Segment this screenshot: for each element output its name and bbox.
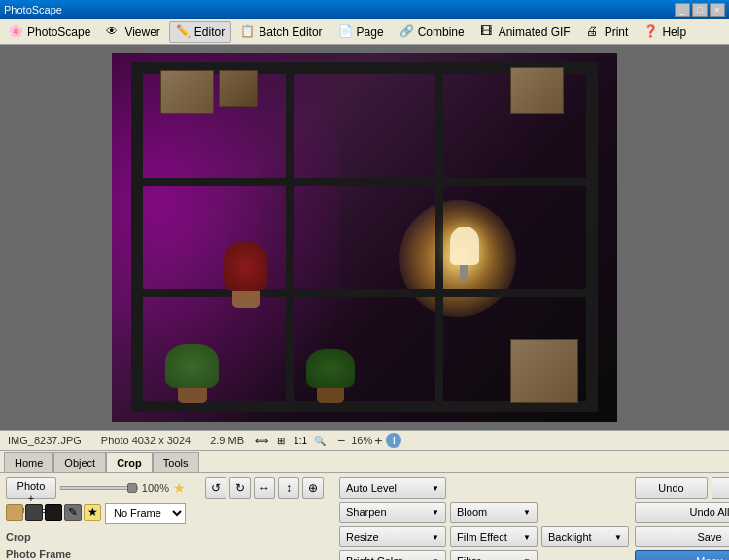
tab-home[interactable]: Home xyxy=(4,452,53,472)
zoom-out-button[interactable]: − xyxy=(337,433,345,448)
flip-h-button[interactable]: ↔ xyxy=(254,477,275,499)
filter-dropdown[interactable]: Filter ▼ xyxy=(450,550,538,560)
fit-width-icon[interactable]: ⟺ xyxy=(254,433,269,448)
tab-bar: Home Object Crop Tools xyxy=(0,451,729,472)
bottom-toolbar: Photo + Frame 100% ★ ✎ ★ No Fram xyxy=(0,472,729,560)
save-button[interactable]: Save xyxy=(635,526,729,547)
resize-dropdown[interactable]: Resize ▼ xyxy=(339,526,446,547)
color-wood-btn[interactable] xyxy=(6,504,23,521)
bloom-arrow-icon: ▼ xyxy=(523,508,531,517)
info-button[interactable]: i xyxy=(386,433,401,448)
rotate-left-button[interactable]: ↺ xyxy=(205,477,226,499)
page-icon: 📄 xyxy=(338,24,354,40)
effect-icons-row-1: ↺ ↻ ↔ ↕ ⊕ xyxy=(205,477,324,499)
redo-button[interactable]: Redo xyxy=(712,477,729,499)
minimize-button[interactable]: _ xyxy=(675,3,690,17)
panel-far-right: Undo Redo Undo All Save Menu xyxy=(635,477,729,560)
magnify-icon[interactable]: 🔍 xyxy=(312,433,328,448)
color-star-btn[interactable]: ★ xyxy=(84,504,101,521)
menu-print[interactable]: 🖨 Print xyxy=(579,21,636,43)
crop-section: Crop xyxy=(6,530,186,543)
resize-arrow-icon: ▼ xyxy=(432,533,439,542)
actual-size-icon[interactable]: 1:1 xyxy=(293,433,308,448)
filesize-label: 2.9 MB xyxy=(210,435,244,446)
rotate-right-button[interactable]: ↻ xyxy=(229,477,251,499)
flip-v-button[interactable]: ↕ xyxy=(278,477,299,499)
dropdown-row-1: Auto Level ▼ xyxy=(339,477,629,499)
shelf-box-1 xyxy=(160,70,214,114)
shelf-scene xyxy=(112,52,617,422)
status-bar: IMG_8237.JPG Photo 4032 x 3024 2.9 MB ⟺ … xyxy=(0,430,729,451)
app-title: PhotoScape xyxy=(4,4,62,16)
straighten-button[interactable]: ⊕ xyxy=(302,477,324,499)
bright-color-dropdown[interactable]: Bright,Color ▼ xyxy=(339,550,446,560)
frame-select-row: ✎ ★ No Frame xyxy=(6,503,186,524)
menu-help[interactable]: ❓ Help xyxy=(637,21,693,43)
menu-bar: 🌸 PhotoScape 👁 Viewer ✏️ Editor 📋 Batch … xyxy=(0,19,729,45)
image-area xyxy=(0,45,729,430)
shelf-box-2 xyxy=(219,70,258,107)
undo-redo-row: Undo Redo xyxy=(635,477,729,499)
photo-frame-section: Photo Frame xyxy=(6,547,186,560)
sharpen-arrow-icon: ▼ xyxy=(432,508,439,517)
color-dark-btn[interactable] xyxy=(25,504,43,521)
panel-left: Photo + Frame 100% ★ ✎ ★ No Fram xyxy=(6,477,186,560)
undo-all-button[interactable]: Undo All xyxy=(635,502,729,523)
auto-level-dropdown[interactable]: Auto Level ▼ xyxy=(339,477,446,499)
shelf-cell-2 xyxy=(290,70,440,182)
main-content: IMG_8237.JPG Photo 4032 x 3024 2.9 MB ⟺ … xyxy=(0,45,729,560)
frame-type-select[interactable]: No Frame xyxy=(105,503,186,524)
print-icon: 🖨 xyxy=(586,24,602,40)
bloom-dropdown[interactable]: Bloom ▼ xyxy=(450,502,538,523)
close-button[interactable]: × xyxy=(710,3,725,17)
title-bar: PhotoScape _ □ × xyxy=(0,0,729,19)
film-effect-dropdown[interactable]: Film Effect ▼ xyxy=(450,526,538,547)
zoom-controls: − 16% + xyxy=(337,433,382,448)
menu-editor[interactable]: ✏️ Editor xyxy=(169,21,231,43)
color-brush-btn[interactable]: ✎ xyxy=(64,504,82,521)
shelf-box-3 xyxy=(510,67,564,114)
plant-bottom-right xyxy=(306,349,355,402)
slider-row: 100% xyxy=(60,482,169,494)
lamp xyxy=(447,227,481,280)
photo-display xyxy=(112,52,617,422)
bright-color-arrow-icon: ▼ xyxy=(432,557,439,561)
filter-arrow-icon: ▼ xyxy=(523,557,531,561)
photo-frame-button[interactable]: Photo + Frame xyxy=(6,477,56,499)
photo-frame-row: Photo + Frame 100% ★ xyxy=(6,477,186,499)
menu-viewer[interactable]: 👁 Viewer xyxy=(99,21,166,43)
filename-label: IMG_8237.JPG xyxy=(8,435,82,446)
editor-icon: ✏️ xyxy=(176,24,191,40)
dropdown-row-4: Bright,Color ▼ Filter ▼ xyxy=(339,550,629,560)
backlight-arrow-icon: ▼ xyxy=(614,533,622,542)
plant-bottom-left xyxy=(165,344,219,402)
window-controls: _ □ × xyxy=(675,3,725,17)
tab-tools[interactable]: Tools xyxy=(153,452,199,472)
tab-crop[interactable]: Crop xyxy=(106,452,153,472)
batch-icon: 📋 xyxy=(240,24,256,40)
menu-animated-gif[interactable]: 🎞 Animated GIF xyxy=(473,21,577,43)
auto-level-arrow-icon: ▼ xyxy=(432,484,439,493)
frame-opacity-slider[interactable] xyxy=(60,486,138,490)
menu-photoscape[interactable]: 🌸 PhotoScape xyxy=(2,21,97,43)
color-black-btn[interactable] xyxy=(45,504,62,521)
status-icons: ⟺ ⊞ 1:1 🔍 xyxy=(254,433,328,448)
dimensions-label: Photo 4032 x 3024 xyxy=(101,435,191,446)
tab-object[interactable]: Object xyxy=(53,452,106,472)
sharpen-dropdown[interactable]: Sharpen ▼ xyxy=(339,502,446,523)
favorite-star-button[interactable]: ★ xyxy=(173,480,186,496)
backlight-dropdown[interactable]: Backlight ▼ xyxy=(541,526,629,547)
menu-button[interactable]: Menu xyxy=(635,550,729,560)
menu-page[interactable]: 📄 Page xyxy=(331,21,391,43)
frame-percent-label: 100% xyxy=(142,482,169,494)
menu-combine[interactable]: 🔗 Combine xyxy=(393,21,471,43)
undo-button[interactable]: Undo xyxy=(635,477,708,499)
zoom-in-button[interactable]: + xyxy=(374,433,382,448)
help-icon: ❓ xyxy=(643,24,659,40)
fit-screen-icon[interactable]: ⊞ xyxy=(273,433,289,448)
menu-batch[interactable]: 📋 Batch Editor xyxy=(233,21,329,43)
dropdown-row-3: Resize ▼ Film Effect ▼ Backlight ▼ xyxy=(339,526,629,547)
dropdown-row-2: Sharpen ▼ Bloom ▼ xyxy=(339,502,629,523)
shelf-cell-5 xyxy=(290,182,440,294)
maximize-button[interactable]: □ xyxy=(692,3,708,17)
